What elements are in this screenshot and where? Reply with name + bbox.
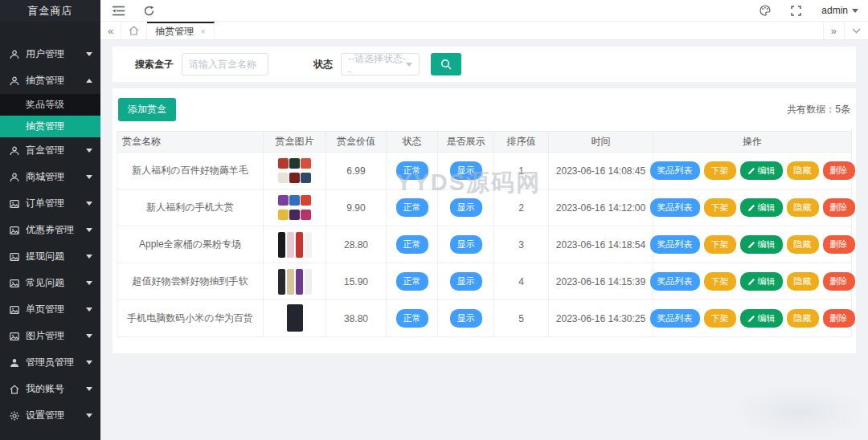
cell-box-image [264,189,326,226]
sidebar-subitem-lottery-management[interactable]: 抽赏管理 [0,116,100,137]
show-badge[interactable]: 显示 [450,272,482,291]
admin-name: admin [821,5,848,16]
column-header: 状态 [387,132,438,153]
chevron-up-icon [86,79,92,83]
sidebar-item-withdrawal-issues[interactable]: 提现问题 [0,243,100,270]
product-image [287,303,303,332]
status-badge[interactable]: 正常 [396,198,428,217]
off-shelf-button[interactable]: 下架 [704,161,736,180]
status-select[interactable]: --请选择状态-- [341,53,420,75]
close-icon[interactable]: × [200,26,205,36]
sidebar-item-image-management[interactable]: 图片管理 [0,323,100,349]
edit-button[interactable]: 编辑 [740,272,783,291]
product-image [277,157,313,185]
prize-list-button[interactable]: 奖品列表 [650,198,700,217]
delete-button[interactable]: 删除 [823,272,855,291]
cell-actions: 奖品列表下架编辑隐藏删除 [653,226,852,263]
sidebar-item-admin-management[interactable]: 管理员管理 [0,349,100,376]
chevron-down-icon [86,414,92,418]
status-badge[interactable]: 正常 [396,272,428,291]
cell-show: 显示 [438,226,494,263]
off-shelf-button[interactable]: 下架 [704,235,736,254]
image-icon [10,198,20,209]
show-badge[interactable]: 显示 [450,161,482,180]
show-badge[interactable]: 显示 [450,198,482,217]
hide-button[interactable]: 隐藏 [787,198,819,217]
cell-status: 正常 [387,153,438,189]
prize-list-button[interactable]: 奖品列表 [650,161,700,180]
tab-menu-icon[interactable] [844,22,868,39]
sidebar-item-lottery-management[interactable]: 抽赏管理 [0,67,100,94]
image-icon [10,331,20,341]
prize-list-button[interactable]: 奖品列表 [650,309,700,328]
edit-button[interactable]: 编辑 [740,198,783,217]
off-shelf-button[interactable]: 下架 [704,272,736,291]
sidebar-item-settings-management[interactable]: 设置管理 [0,402,100,429]
table-body: 新人福利の百件好物薅羊毛6.99正常显示12023-06-16 14:08:45… [117,153,852,337]
main-area: admin « 抽赏管理× » 搜索盒子 [100,0,868,440]
collapse-left-icon[interactable]: « [100,22,121,39]
delete-button[interactable]: 删除 [823,198,855,217]
edit-button[interactable]: 编辑 [740,235,783,254]
show-badge[interactable]: 显示 [450,235,482,254]
hide-button[interactable]: 隐藏 [787,272,819,291]
sidebar-item-order-management[interactable]: 订单管理 [0,190,100,217]
sidebar-item-label: 抽赏管理 [26,74,86,88]
image-icon [10,251,20,262]
chevron-down-icon [86,255,92,259]
hide-button[interactable]: 隐藏 [787,309,819,328]
cell-time: 2023-06-16 14:18:54 [549,226,653,263]
sidebar-item-label: 单页管理 [26,303,86,316]
sidebar-nav: 用户管理抽赏管理奖品等级抽赏管理盲盒管理商城管理订单管理优惠券管理提现问题常见问… [0,22,100,440]
content-area: 搜索盒子 状态 --请选择状态-- 添加赏盒 共有数据：5条 [100,40,868,440]
hide-button[interactable]: 隐藏 [787,161,819,180]
prize-list-button[interactable]: 奖品列表 [650,272,700,291]
theme-palette-icon[interactable] [759,4,772,17]
hide-button[interactable]: 隐藏 [787,235,819,254]
sidebar-item-mall-management[interactable]: 商城管理 [0,164,100,190]
edit-button[interactable]: 编辑 [740,161,783,180]
status-badge[interactable]: 正常 [396,161,428,180]
scroll-right-icon[interactable]: » [823,22,844,39]
sidebar-item-blindbox-management[interactable]: 盲盒管理 [0,137,100,164]
admin-dropdown[interactable]: admin [821,5,858,16]
prize-list-button[interactable]: 奖品列表 [650,235,700,254]
add-box-button[interactable]: 添加赏盒 [118,98,176,121]
chevron-down-icon [86,228,92,232]
off-shelf-button[interactable]: 下架 [704,309,736,328]
cell-box-name: 超值好物尝鲜好物抽到手软 [117,263,264,300]
edit-button[interactable]: 编辑 [740,309,783,328]
home-icon[interactable] [121,22,147,39]
refresh-icon[interactable] [142,4,155,17]
tabbar-spacer [215,22,823,39]
sidebar-item-label: 优惠券管理 [26,223,86,237]
delete-button[interactable]: 删除 [823,309,855,328]
sidebar-item-my-account[interactable]: 我的账号 [0,376,100,402]
status-badge[interactable]: 正常 [396,235,428,254]
table-toolbar: 添加赏盒 共有数据：5条 [118,98,850,121]
sidebar-item-user-management[interactable]: 用户管理 [0,41,100,67]
sidebar: 盲盒商店 用户管理抽赏管理奖品等级抽赏管理盲盒管理商城管理订单管理优惠券管理提现… [0,0,100,440]
fold-menu-icon[interactable] [112,4,125,17]
sidebar-item-faq[interactable]: 常见问题 [0,270,100,296]
search-button[interactable] [431,53,461,75]
user-icon [10,145,20,156]
sidebar-item-coupon-management[interactable]: 优惠券管理 [0,217,100,243]
cell-show: 显示 [438,189,494,226]
delete-button[interactable]: 删除 [823,235,855,254]
fullscreen-icon[interactable] [789,4,802,17]
cell-sort: 4 [494,263,549,300]
sidebar-item-label: 常见问题 [26,276,86,290]
cell-time: 2023-06-16 14:30:25 [549,300,653,337]
status-badge[interactable]: 正常 [396,309,428,328]
delete-button[interactable]: 删除 [823,161,855,180]
chevron-down-icon [86,308,92,312]
off-shelf-button[interactable]: 下架 [704,198,736,217]
sidebar-item-page-management[interactable]: 单页管理 [0,296,100,323]
show-badge[interactable]: 显示 [450,309,482,328]
tab-抽赏管理[interactable]: 抽赏管理× [147,22,214,39]
sidebar-subitem-prize-level[interactable]: 奖品等级 [0,94,100,116]
column-header: 是否展示 [438,132,494,153]
status-select-value: --请选择状态-- [348,52,406,77]
search-input[interactable] [182,53,268,75]
